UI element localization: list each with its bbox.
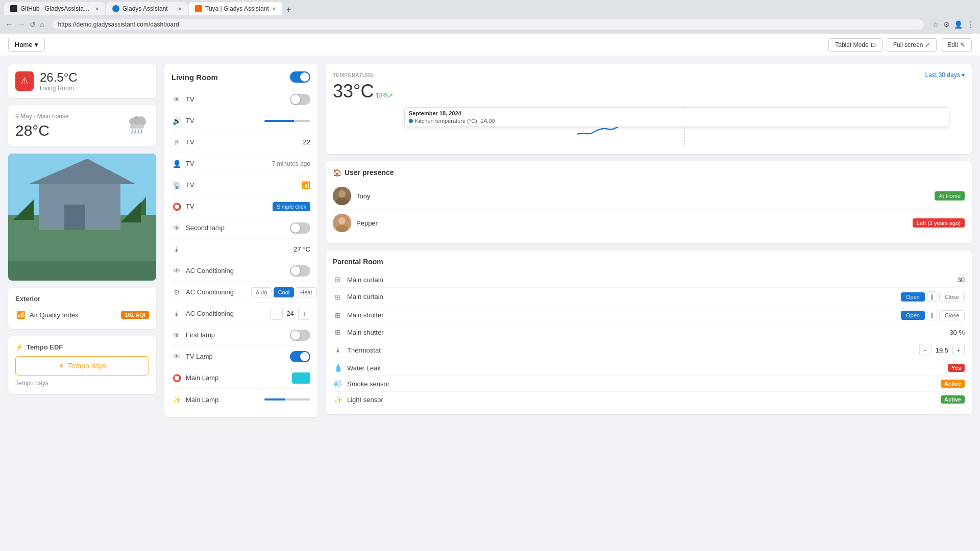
tv-toggle-1[interactable] (290, 94, 310, 105)
nav-back-icon[interactable]: ← (5, 20, 13, 29)
tab-close-gladys[interactable]: ✕ (178, 6, 182, 12)
ac-temp-value: 24 (287, 310, 294, 317)
browser-bar: ← → ↺ ⌂ https://demo.gladysassistant.com… (0, 15, 980, 34)
new-tab-button[interactable]: + (283, 4, 294, 15)
svg-line-5 (135, 130, 136, 134)
chart-period-selector[interactable]: Last 30 days ▾ (925, 71, 965, 79)
lr-row-ac-2: ⚙ AC Conditioning Auto Cool Heat (172, 282, 310, 303)
shutter-icon-1: ⊞ (333, 311, 343, 319)
top-nav: Home ▾ Tablet Mode ⊡ Full screen ⤢ Edit … (0, 34, 980, 56)
middle-column: Living Room 👁 TV 🔊 TV (164, 64, 317, 417)
user-name-tony: Tony (356, 192, 929, 200)
lr-name-tv-3: TV (186, 138, 247, 146)
exterior-device-row: 📶 Air Quality Index 101 AQI (15, 308, 149, 322)
nav-home-icon[interactable]: ⌂ (40, 20, 44, 29)
first-lamp-toggle[interactable] (290, 330, 310, 341)
lr-row-tv-4: 👤 TV 7 minutes ago (172, 153, 310, 174)
menu-icon[interactable]: ⋮ (967, 20, 975, 30)
shutter-icon-2: ⊞ (333, 328, 343, 336)
tab-tuya[interactable]: Tuya | Gladys Assistant ✕ (189, 2, 282, 15)
tablet-mode-button[interactable]: Tablet Mode ⊡ (828, 38, 882, 52)
tab-github[interactable]: GitHub - GladysAssistant/Glady... ✕ (4, 2, 105, 15)
thermostat-increase-button[interactable]: + (952, 344, 965, 356)
curtain-stop-button[interactable]: ‖ (927, 291, 937, 302)
mode-heat-button[interactable]: Heat (296, 287, 316, 297)
user-name-pepper: Pepper (356, 219, 908, 227)
light-sensor-badge: Active (941, 395, 965, 404)
browser-tabs: GitHub - GladysAssistant/Glady... ✕ Glad… (0, 0, 980, 15)
lr-row-tv-1: 👁 TV (172, 89, 310, 110)
lr-control-tv-5: 📶 (251, 181, 310, 189)
lr-row-tv-lamp: 👁 TV Lamp (172, 346, 310, 367)
hash-icon: # (172, 138, 182, 146)
presence-title: 🏠 User presence (333, 168, 965, 177)
lr-control-first-lamp (251, 330, 310, 341)
shutter-stop-button[interactable]: ‖ (927, 310, 937, 320)
pr-name-smoke-sensor: Smoke sensor (347, 380, 937, 388)
temp-room: Living Room (40, 85, 78, 92)
lr-control-tv-2[interactable] (251, 120, 310, 122)
main-lamp-slider[interactable] (264, 398, 310, 400)
living-room-title: Living Room (172, 73, 218, 82)
tab-gladys[interactable]: Gladys Assistant ✕ (106, 2, 188, 15)
fullscreen-button[interactable]: Full screen ⤢ (887, 38, 937, 52)
peak-hour-button[interactable]: ☀ Tempo days (15, 356, 149, 375)
curtain-icon-1: ⊞ (333, 276, 343, 284)
shutter-close-button[interactable]: Close (939, 310, 965, 320)
lr-control-tv-1 (251, 94, 310, 105)
account-icon[interactable]: 👤 (954, 20, 963, 29)
ac-mode-group: Auto Cool Heat (251, 287, 317, 297)
tv-volume-slider[interactable] (264, 120, 310, 122)
extensions-icon[interactable]: ⚙ (943, 20, 950, 29)
thermostat-value: 19.5 (936, 346, 948, 354)
lr-control-main-lamp-color (251, 372, 310, 384)
lr-row-tv-3: # TV 22 (172, 132, 310, 153)
chart-big-temp-row: 33°C 18%↗ (333, 81, 965, 102)
lr-row-tv-6: ⭕ TV Simple click (172, 196, 310, 217)
temperature-alert-card: ⚠ 26.5°C Living Room (8, 64, 156, 98)
thermostat-decrease-button[interactable]: − (919, 344, 932, 356)
lr-name-main-lamp-color: Main Lamp (186, 374, 247, 382)
ac-temp-decrease-button[interactable]: − (271, 308, 283, 320)
nav-refresh-icon[interactable]: ↺ (30, 20, 36, 29)
tv-lamp-toggle[interactable] (290, 351, 310, 362)
lr-control-second-lamp (251, 222, 310, 234)
bookmark-icon[interactable]: ☆ (933, 20, 939, 29)
eye-icon-2: 👁 (172, 224, 182, 232)
lr-control-main-lamp-brightness[interactable] (251, 398, 310, 400)
edit-button[interactable]: Edit ✎ (941, 38, 972, 52)
ac-temp-increase-button[interactable]: + (298, 308, 310, 320)
weather-icon (125, 111, 149, 140)
mode-auto-button[interactable]: Auto (251, 287, 272, 297)
main-lamp-color-block[interactable] (292, 372, 310, 384)
pr-controls-shutter-1: Open ‖ Close (901, 310, 965, 320)
sun-icon: ☀ (58, 362, 65, 370)
lr-name-ac-2: AC Conditioning (186, 288, 247, 296)
pr-name-shutter-2: Main shutter (347, 329, 945, 336)
mode-cool-button[interactable]: Cool (274, 287, 295, 297)
home-button[interactable]: Home ▾ (8, 38, 45, 52)
tablet-icon: ⊡ (871, 41, 876, 48)
simple-click-button[interactable]: Simple click (273, 202, 310, 211)
pr-row-light-sensor: ✨ Light sensor Active (333, 392, 965, 407)
curtain-open-button[interactable]: Open (901, 292, 925, 302)
left-column: ⚠ 26.5°C Living Room 9 May · Main house … (8, 64, 156, 417)
shutter-open-button[interactable]: Open (901, 311, 925, 320)
lr-row-temp: 🌡 27 °C (172, 239, 310, 260)
pr-controls-thermostat: − 19.5 + (919, 344, 965, 356)
curtain-close-button[interactable]: Close (939, 292, 965, 302)
tab-close-github[interactable]: ✕ (95, 6, 99, 12)
temperature-chart-card: TEMPERATURE Last 30 days ▾ 33°C 18%↗ (326, 64, 972, 154)
second-lamp-toggle[interactable] (290, 222, 310, 234)
exterior-title: Exterior (15, 295, 149, 303)
chart-big-temp: 33°C (333, 81, 374, 102)
nav-forward-icon[interactable]: → (17, 20, 26, 29)
lr-name-ac-3: AC Conditioning (186, 310, 247, 317)
lr-name-tv-5: TV (186, 181, 247, 189)
ac-toggle[interactable] (290, 265, 310, 277)
tab-close-tuya[interactable]: ✕ (272, 6, 276, 12)
svg-point-2 (129, 118, 136, 125)
living-room-toggle[interactable] (290, 71, 310, 83)
address-bar[interactable]: https://demo.gladysassistant.com/dashboa… (52, 19, 924, 30)
home-chevron-icon: ▾ (35, 41, 38, 48)
